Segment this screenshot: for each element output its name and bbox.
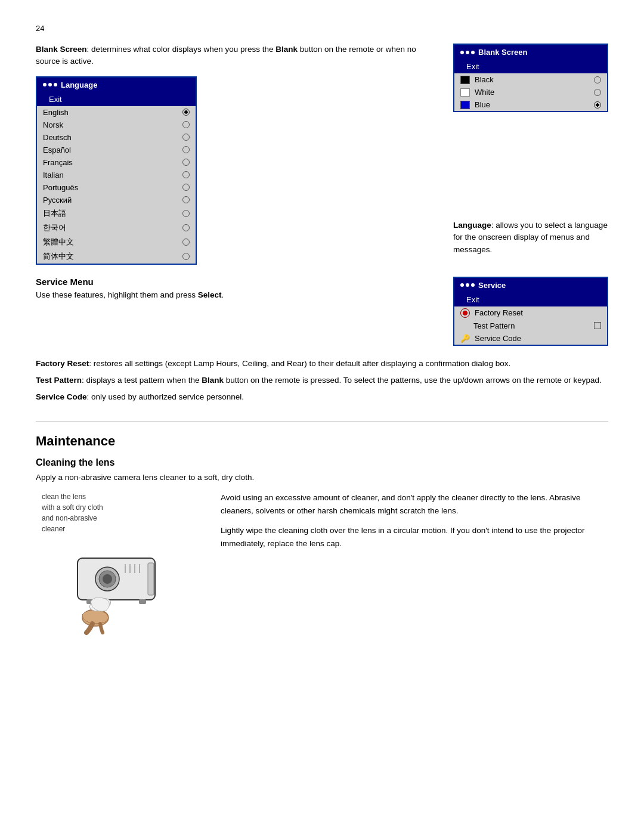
blank-screen-menu-header: Blank Screen [454, 45, 607, 60]
spacer-test [460, 322, 469, 329]
dot-bs-2 [466, 51, 469, 54]
cleaning-para-2: Lightly wipe the cleaning cloth over the… [221, 524, 608, 550]
cleaning-content: clean the lenswith a soft dry clothand n… [36, 491, 608, 636]
dot-1 [43, 83, 47, 86]
language-menu-title: Language [61, 80, 97, 89]
blank-screen-description: Blank Screen: determines what color disp… [36, 44, 429, 68]
language-item-korean[interactable]: 한국어 [37, 221, 196, 235]
cleaning-right: Avoid using an excessive amount of clean… [221, 491, 608, 636]
blank-screen-menu-title: Blank Screen [478, 48, 527, 57]
cleaning-para-1: Avoid using an excessive amount of clean… [221, 491, 608, 517]
radio-francais [182, 159, 190, 166]
radio-english [182, 109, 190, 116]
radio-japanese [182, 210, 190, 217]
swatch-white [460, 88, 470, 97]
checkbox-test-pattern [594, 322, 601, 329]
svg-point-3 [103, 574, 112, 584]
projector-illustration [60, 540, 179, 636]
dot-3 [54, 83, 57, 86]
svg-rect-8 [148, 563, 154, 595]
service-section: Service Menu Use these features, highlig… [36, 277, 608, 346]
radio-russian [182, 196, 190, 203]
service-menu-header: Service [454, 278, 607, 293]
svg-rect-10 [139, 599, 146, 604]
language-item-portugues[interactable]: Português [37, 181, 196, 194]
service-item-factory-reset[interactable]: Factory Reset [454, 306, 607, 320]
radio-norsk [182, 121, 190, 128]
service-item-test-pattern[interactable]: Test Pattern [454, 320, 607, 332]
swatch-blue [460, 101, 470, 109]
radio-portugues [182, 184, 190, 191]
service-menu-title-label: Service [478, 281, 506, 290]
menu-dots-language [43, 83, 57, 86]
language-item-english[interactable]: English [37, 106, 196, 119]
language-item-japanese[interactable]: 日本語 [37, 206, 196, 221]
language-description: Language: allows you to select a languag… [453, 219, 608, 256]
radio-black [594, 76, 601, 83]
dot-svc-3 [471, 283, 475, 287]
menu-dots-service [460, 283, 475, 287]
language-item-deutsch[interactable]: Deutsch [37, 131, 196, 144]
language-menu-header: Language [37, 78, 196, 92]
cleaning-left: clean the lenswith a soft dry clothand n… [36, 491, 203, 636]
swatch-black [460, 76, 470, 84]
radio-deutsch [182, 134, 190, 141]
radio-white [594, 89, 601, 96]
menu-dots-blank [460, 51, 475, 54]
dot-bs-1 [460, 51, 464, 54]
radio-italian [182, 171, 190, 178]
service-menu-title: Service Menu [36, 277, 429, 287]
language-item-trad-chinese[interactable]: 繁體中文 [37, 235, 196, 249]
service-subtitle: Use these features, highlight them and p… [36, 290, 429, 299]
key-icon: 🔑 [460, 334, 470, 343]
page-number: 24 [36, 24, 608, 33]
cleaning-label: clean the lenswith a soft dry clothand n… [36, 491, 103, 534]
language-item-italian[interactable]: Italian [37, 169, 196, 181]
radio-factory-reset [460, 308, 470, 318]
radio-blue [594, 101, 601, 109]
dot-bs-3 [471, 51, 475, 54]
radio-trad-chinese [182, 239, 190, 246]
language-menu: Language Exit English Norsk Deutsch Espa… [36, 76, 197, 265]
service-item-service-code[interactable]: 🔑 Service Code [454, 332, 607, 345]
cleaning-intro: Apply a non-abrasive camera lens cleaner… [36, 473, 608, 482]
detail-factory-reset: Factory Reset: restores all settings (ex… [36, 358, 608, 370]
dot-2 [48, 83, 52, 86]
cleaning-title: Cleaning the lens [36, 457, 608, 468]
blank-screen-item-white[interactable]: White [454, 86, 607, 98]
blank-screen-item-black[interactable]: Black [454, 73, 607, 86]
maintenance-title: Maintenance [36, 433, 608, 449]
blank-screen-menu: Blank Screen Exit Black White Blue [453, 44, 608, 112]
radio-simp-chinese [182, 253, 190, 260]
dot-svc-2 [466, 283, 469, 287]
language-exit-row[interactable]: Exit [37, 92, 196, 106]
language-item-simp-chinese[interactable]: 简体中文 [37, 249, 196, 264]
service-exit-row[interactable]: Exit [454, 293, 607, 306]
blank-screen-bold: Blank Screen [36, 45, 87, 54]
detail-service-code: Service Code: only used by authorized se… [36, 391, 608, 403]
detail-test-pattern: Test Pattern: displays a test pattern wh… [36, 374, 608, 386]
blank-screen-exit-row[interactable]: Exit [454, 60, 607, 73]
service-menu-box: Service Exit Factory Reset Test Pattern … [453, 277, 608, 346]
detail-paragraphs: Factory Reset: restores all settings (ex… [36, 358, 608, 404]
blank-screen-item-blue[interactable]: Blue [454, 98, 607, 111]
language-item-russian[interactable]: Русский [37, 194, 196, 206]
radio-korean [182, 224, 190, 231]
dot-svc-1 [460, 283, 464, 287]
language-item-espanol[interactable]: Español [37, 144, 196, 156]
language-item-francais[interactable]: Français [37, 156, 196, 169]
radio-espanol [182, 146, 190, 153]
language-item-norsk[interactable]: Norsk [37, 119, 196, 131]
maintenance-section: Maintenance Cleaning the lens Apply a no… [36, 421, 608, 636]
